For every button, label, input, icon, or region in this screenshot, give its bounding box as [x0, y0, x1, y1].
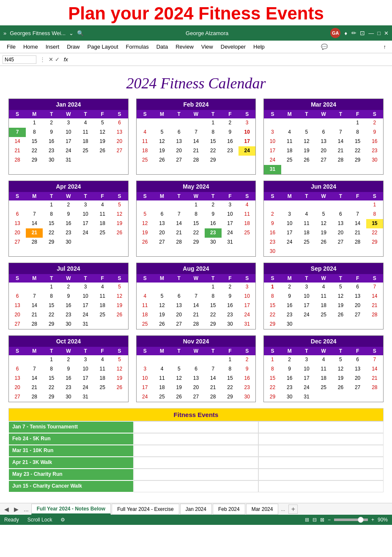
diamond-icon[interactable]: ⬧ [344, 29, 348, 37]
day-cell: 9 [366, 128, 383, 137]
day-cell: 15 [366, 219, 383, 228]
menu-home[interactable]: Home [20, 42, 41, 51]
menu-pagelayout[interactable]: Page Layout [84, 42, 122, 51]
day-cell-empty [26, 283, 43, 292]
tab-full-year-exercise[interactable]: Full Year 2024 - Exercise [112, 504, 179, 515]
menu-data[interactable]: Data [153, 42, 171, 51]
day-cell: 17 [298, 374, 315, 383]
day-cell: 28 [26, 392, 43, 402]
day-cell: 29 [43, 392, 60, 402]
day-cell: 1 [43, 283, 60, 292]
menu-help[interactable]: Help [250, 42, 268, 51]
tab-next[interactable]: ▶ [11, 505, 21, 513]
minimize-btn[interactable]: — [368, 30, 374, 36]
day-cell: 15 [187, 219, 204, 228]
day-cell: 31 [77, 392, 94, 402]
tab-prev[interactable]: ◀ [2, 505, 11, 513]
day-cell: 9 [281, 365, 298, 374]
dropdown-icon[interactable]: ⌄ [69, 30, 74, 36]
search-icon[interactable]: 🔍 [77, 30, 84, 36]
maximize-btn[interactable]: □ [377, 30, 381, 36]
window-icon[interactable]: ⊡ [360, 30, 365, 36]
days-grid-4: 1234567891011121314151617181920212223242… [137, 200, 256, 247]
day-cell: 5 [154, 128, 170, 137]
day-cell-empty [349, 165, 366, 174]
menu-formulas[interactable]: Formulas [123, 42, 152, 51]
day-cell: 10 [77, 210, 94, 219]
day-cell: 22 [43, 383, 60, 392]
user-avatar: GA [330, 28, 340, 38]
tab-full-year-notes[interactable]: Full Year 2024 - Notes Below [31, 504, 111, 515]
view-normal-icon[interactable]: ⊞ [305, 517, 309, 523]
day-cell: 28 [332, 156, 349, 165]
menu-view[interactable]: View [198, 42, 217, 51]
day-cell: 27 [349, 383, 366, 392]
day-cell: 8 [43, 210, 60, 219]
tab-feb-2024[interactable]: Feb 2024 [213, 504, 245, 515]
day-cell: 23 [222, 310, 238, 320]
day-cell: 19 [94, 137, 111, 146]
comment-icon[interactable]: 💬 [318, 42, 330, 51]
day-header-label: S [9, 347, 26, 355]
zoom-minus[interactable]: − [328, 517, 331, 523]
formula-input[interactable] [72, 55, 389, 63]
day-header-label: M [154, 192, 170, 200]
day-header-label: S [137, 110, 154, 118]
day-cell: 7 [26, 210, 43, 219]
menu-developer[interactable]: Developer [217, 42, 249, 51]
day-cell: 7 [26, 292, 43, 301]
day-cell: 8 [349, 128, 366, 137]
menu-file[interactable]: File [3, 42, 19, 51]
day-cell: 4 [298, 210, 315, 219]
day-cell: 9 [60, 210, 77, 219]
event-blank [258, 433, 384, 445]
day-header-label: T [170, 347, 187, 355]
day-cell: 2 [60, 200, 77, 210]
day-header-label: F [222, 347, 238, 355]
tab-jan-2024[interactable]: Jan 2024 [180, 504, 212, 515]
day-cell-empty [298, 247, 315, 256]
day-header-label: F [349, 347, 366, 355]
menu-review[interactable]: Review [172, 42, 197, 51]
day-cell: 18 [77, 137, 94, 146]
day-cell: 6 [315, 128, 332, 137]
tab-mar-2024[interactable]: Mar 2024 [246, 504, 279, 515]
day-cell: 21 [187, 310, 204, 320]
day-cell: 24 [238, 146, 255, 156]
share-icon[interactable]: ↑ [381, 42, 389, 51]
day-cell: 13 [170, 137, 187, 146]
day-header-label: S [137, 347, 154, 355]
edit-icon[interactable]: ✏ [351, 30, 356, 36]
tab-ellipsis[interactable]: ... [279, 506, 287, 512]
cell-reference[interactable] [3, 55, 36, 64]
tab-add-button[interactable]: + [288, 505, 298, 514]
menu-draw[interactable]: Draw [63, 42, 83, 51]
day-cell: 18 [154, 383, 170, 392]
tab-more[interactable]: ... [21, 505, 31, 513]
menu-insert[interactable]: Insert [42, 42, 63, 51]
day-cell: 14 [366, 365, 383, 374]
day-cell-empty [298, 320, 315, 329]
day-cell-empty [111, 156, 128, 165]
close-btn[interactable]: ✕ [384, 30, 389, 36]
event-blank [258, 445, 384, 457]
status-settings-icon[interactable]: ⚙ [60, 517, 65, 523]
day-cell: 9 [60, 365, 77, 374]
day-cell: 26 [332, 383, 349, 392]
collapse-icon[interactable]: » [3, 30, 6, 36]
days-grid-6: 1234567891011121314151617181920212223242… [9, 283, 128, 329]
day-cell: 3 [222, 200, 238, 210]
day-cell: 29 [43, 320, 60, 329]
view-break-icon[interactable]: ⊠ [320, 517, 324, 523]
day-cell: 19 [111, 301, 128, 310]
day-cell: 28 [187, 320, 204, 329]
calendar-title: 2024 Fitness Calendar [8, 70, 384, 99]
view-page-icon[interactable]: ⊟ [313, 517, 317, 523]
fitness-events-header: Fitness Events [8, 408, 384, 421]
day-cell: 10 [298, 292, 315, 301]
zoom-slider[interactable] [334, 519, 368, 521]
day-cell: 7 [187, 128, 204, 137]
day-cell: 12 [111, 292, 128, 301]
zoom-plus[interactable]: + [371, 517, 374, 523]
day-cell: 1 [222, 355, 238, 365]
